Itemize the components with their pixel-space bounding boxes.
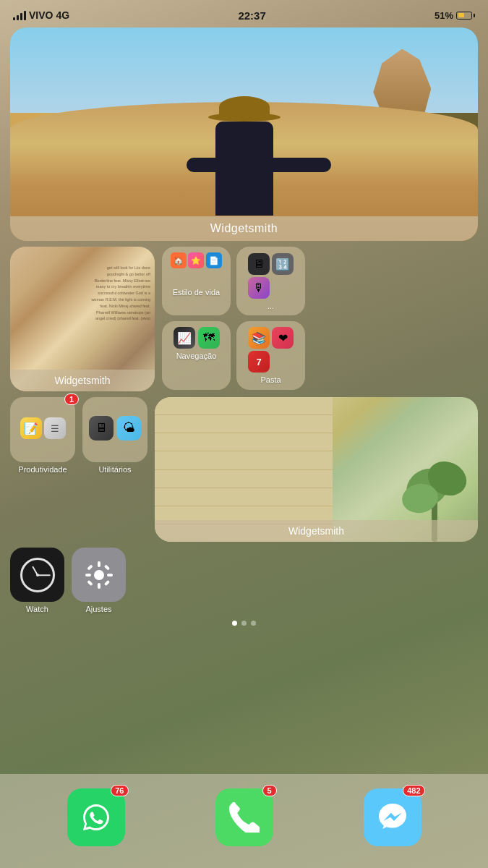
right-folders-col: 🏠 ⭐ 📄 Estilo de vida 🖥 🔢 🎙 [162, 247, 478, 391]
arms [187, 158, 331, 172]
produtividade-icons: 📝 ☰ [20, 417, 66, 439]
page-dot-2[interactable] [241, 621, 247, 626]
estilo-de-vida-label: Estilo de vida [173, 288, 220, 297]
signal-bar-2 [17, 15, 19, 20]
calculator-icon: 🔢 [272, 253, 294, 275]
status-left: VIVO 4G [13, 9, 69, 21]
whatsapp-icon[interactable] [67, 788, 125, 846]
phone-dock-item: 5 [215, 788, 273, 846]
watch-app-icon[interactable] [10, 548, 64, 602]
empty-2 [188, 270, 204, 286]
watch-hour-hand [32, 566, 38, 575]
ajustes-label: Ajustes [85, 605, 111, 613]
widgetsmith-top-label: Widgetsmith [10, 216, 478, 241]
battery-fill [458, 13, 465, 17]
page-dot-3[interactable] [251, 621, 256, 626]
watch-app-container: Watch [10, 548, 64, 613]
battery-percentage: 51% [435, 10, 453, 21]
widgetsmith-middle-label: Widgetsmith [10, 370, 155, 391]
health-icon: ❤ [272, 327, 294, 349]
stocks-icon: 📈 [174, 327, 195, 349]
phone-logo [229, 802, 260, 833]
ellipsis-label: ... [267, 302, 274, 310]
whatsapp-icon-wrapper: 76 [67, 788, 125, 846]
folder-produtividade[interactable]: 📝 ☰ [10, 397, 75, 462]
row-2: get still look for Liis done goodnight &… [10, 247, 478, 391]
whatsapp-logo [80, 801, 113, 834]
phone-icon[interactable] [215, 788, 273, 846]
svg-rect-2 [98, 583, 100, 589]
status-right: 51% [435, 10, 475, 21]
reminders-icon: ☰ [44, 417, 66, 439]
folder-ellipsis[interactable]: 🖥 🔢 🎙 ... [236, 247, 305, 315]
navegacao-label: Navegação [176, 352, 217, 360]
widgetsmith-bottom-right[interactable]: Widgetsmith [155, 397, 478, 542]
books-icon: 📚 [248, 327, 270, 349]
svg-rect-3 [85, 574, 91, 576]
settings-gear-icon [84, 560, 114, 590]
notes-icon: 📝 [20, 417, 42, 439]
signal-bars [13, 11, 26, 20]
ellipsis-folder-icons: 🖥 🔢 🎙 [248, 253, 294, 299]
files-icon: 📄 [206, 252, 222, 268]
hat [219, 96, 270, 118]
bottom-folders-row: 📈 🗺 Navegação 📚 ❤ 7 Pasta [162, 321, 478, 390]
utilitarios-container: 🖥 🌤 Utilitários [82, 397, 147, 542]
person-figure [215, 96, 273, 216]
utilitarios-label: Utilitários [98, 465, 131, 474]
messages-logo [376, 801, 409, 834]
row-4: Watch Aju [10, 548, 478, 613]
folder-estilo-icons: 🏠 ⭐ 📄 [171, 252, 223, 286]
screenmirror-icon: 🖥 [89, 416, 114, 441]
whatsapp-badge: 76 [111, 785, 128, 796]
empty-1 [171, 270, 187, 286]
svg-rect-8 [103, 579, 109, 585]
pasta-label: Pasta [260, 375, 281, 384]
battery-tip [474, 14, 475, 17]
produtividade-container: 📝 ☰ 1 Produtividade [10, 397, 75, 542]
produtividade-icon-wrapper: 📝 ☰ 1 [10, 397, 75, 462]
watch-label: Watch [26, 605, 48, 613]
podcasts-icon: 🎙 [248, 277, 270, 299]
ajustes-icon[interactable] [72, 548, 126, 602]
messages-icon-wrapper: 482 [364, 788, 421, 846]
signal-bar-3 [20, 13, 22, 20]
rewardable-icon: ⭐ [188, 252, 204, 268]
widgetsmith-middle-widget[interactable]: get still look for Liis done goodnight &… [10, 247, 155, 391]
folder-estilo-de-vida[interactable]: 🏠 ⭐ 📄 Estilo de vida [162, 247, 231, 315]
maps-icon: 🗺 [198, 327, 220, 349]
home-screen: Widgetsmith get still look for Liis done… [0, 27, 488, 626]
watch-hands-container [23, 561, 52, 590]
empty-3 [206, 270, 222, 286]
pasta-folder-icons: 📚 ❤ 7 [248, 327, 294, 373]
svg-rect-5 [87, 564, 93, 570]
svg-rect-1 [98, 561, 100, 567]
nav-folder-icons: 📈 🗺 [174, 327, 220, 349]
calendar-icon: 7 [248, 351, 270, 373]
battery-icon [456, 12, 475, 20]
folder-navegacao[interactable]: 📈 🗺 Navegação [162, 321, 231, 390]
carrier: VIVO [29, 9, 53, 21]
svg-point-0 [94, 570, 104, 580]
folder-utilitarios[interactable]: 🖥 🌤 [82, 397, 147, 462]
phone-icon-wrapper: 5 [215, 788, 273, 846]
phone-badge: 5 [262, 785, 277, 796]
folder-pasta[interactable]: 📚 ❤ 7 Pasta [236, 321, 305, 390]
svg-rect-7 [87, 579, 93, 585]
svg-rect-4 [107, 574, 113, 576]
body-container [215, 118, 273, 216]
network-type: 4G [56, 9, 69, 21]
messages-icon[interactable] [364, 788, 421, 846]
svg-rect-6 [103, 564, 109, 570]
watch-face [20, 558, 55, 592]
screentime-icon: 🖥 [248, 253, 270, 275]
widgetsmith-top-widget[interactable]: Widgetsmith [10, 27, 478, 241]
page-dot-1[interactable] [232, 621, 237, 626]
row-3: 📝 ☰ 1 Produtividade 🖥 🌤 Utilitários [10, 397, 478, 542]
signal-bar-4 [24, 11, 26, 20]
messages-dock-item: 482 [364, 788, 421, 846]
empty-e [272, 277, 294, 299]
produtividade-label: Produtividade [18, 465, 67, 474]
signal-bar-1 [13, 17, 15, 20]
utilitarios-icons: 🖥 🌤 [89, 416, 141, 441]
